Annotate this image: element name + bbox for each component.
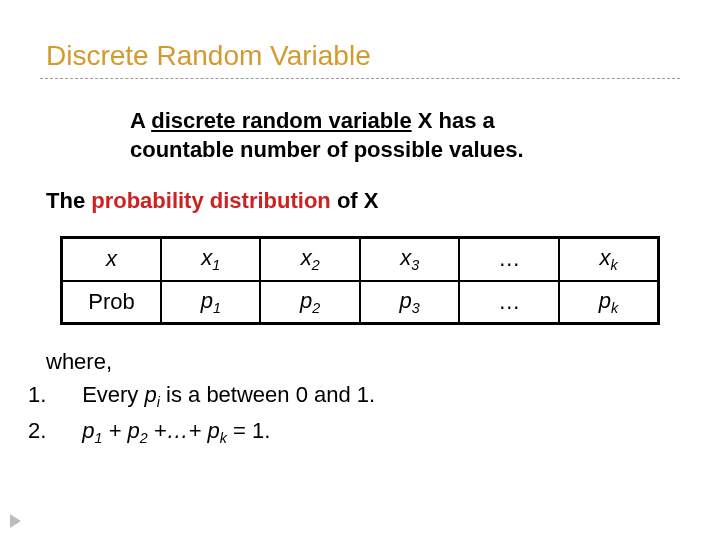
cond2-p1: p [82,418,94,443]
def-post: X has a [412,108,495,133]
distribution-table: x x1 x2 x3 … xk Prob p1 p2 p3 … pk [60,236,660,325]
cell-pk: pk [559,281,659,324]
cond2-plus2: +…+ p [148,418,220,443]
definition-text: A discrete random variable X has a count… [40,107,680,164]
cell-text: p [201,288,213,313]
cond1-p: p [144,382,156,407]
sub-highlight: probability distribution [91,188,331,213]
cell-sub: 1 [213,300,221,316]
cell-text: p [599,288,611,313]
cell-p2: p2 [260,281,359,324]
cell-p1: p1 [161,281,260,324]
cell-text: x [301,245,312,270]
cell-x2: x2 [260,238,359,281]
condition-1: 1. Every pi is a between 0 and 1. [52,378,680,414]
list-number: 2. [52,414,76,447]
cell-xk: xk [559,238,659,281]
cell-text: p [300,288,312,313]
slide-title: Discrete Random Variable [40,40,680,72]
conditions-block: where, 1. Every pi is a between 0 and 1.… [40,345,680,450]
cell-text: x [106,246,117,271]
cell-sub: k [611,300,618,316]
table-row: Prob p1 p2 p3 … pk [62,281,659,324]
cond2-s2: 2 [140,430,148,446]
cell-sub: k [610,258,617,274]
cell-text: x [201,245,212,270]
cond1-c: is a between 0 and 1. [160,382,375,407]
cell-sub: 3 [411,258,419,274]
cell-ellipsis: … [459,281,558,324]
def-line2: countable number of possible values. [130,137,524,162]
cell-sub: 2 [312,258,320,274]
def-pre: A [130,108,151,133]
cell-sub: 2 [312,300,320,316]
distribution-heading: The probability distribution of X [40,188,680,214]
condition-2: 2. p1 + p2 +…+ pk = 1. [52,414,680,450]
title-divider [40,78,680,79]
row-header-prob: Prob [62,281,161,324]
cell-ellipsis: … [459,238,558,281]
cond2-sk: k [220,430,227,446]
cell-sub: 1 [212,258,220,274]
cell-text: p [400,288,412,313]
where-lead: where, [46,345,680,378]
cell-x1: x1 [161,238,260,281]
cond2-plus1: + p [102,418,139,443]
table-row: x x1 x2 x3 … xk [62,238,659,281]
cell-p3: p3 [360,281,459,324]
sub-t1: The [46,188,91,213]
cell-sub: 3 [412,300,420,316]
sub-t2: of X [331,188,379,213]
play-arrow-icon [10,514,21,528]
cond1-a: Every [82,382,144,407]
row-header-x: x [62,238,161,281]
def-underlined: discrete random variable [151,108,411,133]
cell-x3: x3 [360,238,459,281]
cond2-eq: = 1. [227,418,270,443]
list-number: 1. [52,378,76,411]
cell-text: x [400,245,411,270]
cell-text: x [599,245,610,270]
